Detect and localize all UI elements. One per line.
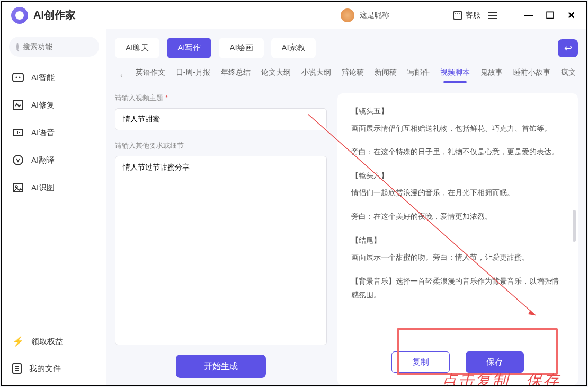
- sidebar-item-label: 我的文件: [29, 364, 61, 374]
- search-icon: [16, 43, 19, 50]
- sub-tab[interactable]: 睡前小故事: [513, 68, 550, 83]
- sub-tab[interactable]: 写邮件: [407, 68, 430, 83]
- sub-tab[interactable]: 鬼故事: [480, 68, 503, 83]
- smart-icon: [12, 72, 24, 83]
- search-box[interactable]: [9, 37, 99, 57]
- copy-button[interactable]: 复制: [391, 351, 450, 373]
- back-button[interactable]: ↩: [558, 39, 578, 57]
- image-icon: [12, 182, 24, 194]
- maximize-button[interactable]: ☐: [544, 10, 556, 21]
- svg-point-7: [15, 186, 17, 188]
- tab-ai-paint[interactable]: AI绘画: [219, 38, 263, 58]
- minimize-button[interactable]: —: [523, 10, 534, 21]
- input-pane: 请输入视频主题* 请输入其他要求或细节 开始生成: [115, 93, 327, 385]
- sub-tab[interactable]: 英语作文: [136, 68, 165, 83]
- chat-icon: [453, 11, 462, 20]
- sidebar-item-ai-voice[interactable]: AI语音: [9, 120, 99, 145]
- sub-tab[interactable]: 新闻稿: [375, 68, 397, 83]
- support-button[interactable]: 客服: [453, 11, 480, 20]
- sidebar-item-label: AI修复: [31, 100, 55, 110]
- search-input[interactable]: [23, 42, 115, 51]
- top-tabs: AI聊天 AI写作 AI绘画 AI家教 ↩: [115, 38, 578, 58]
- sub-tab[interactable]: 疯文: [561, 68, 576, 83]
- sidebar-item-label: AI识图: [31, 183, 55, 193]
- chevron-left-icon[interactable]: ‹: [118, 71, 125, 80]
- app-logo: [11, 7, 28, 24]
- detail-textarea[interactable]: [115, 156, 327, 345]
- app-title: AI创作家: [33, 8, 76, 22]
- sidebar-item-label: AI语音: [31, 128, 55, 138]
- nickname[interactable]: 这是昵称: [360, 11, 389, 20]
- sub-tabs: ‹ 英语作文 日-周-月报 年终总结 论文大纲 小说大纲 辩论稿 新闻稿 写邮件…: [115, 68, 578, 83]
- sidebar-item-ai-translate[interactable]: AI翻译: [9, 148, 99, 172]
- svg-rect-0: [13, 73, 23, 82]
- topic-input[interactable]: [115, 108, 327, 130]
- sub-tab[interactable]: 论文大纲: [261, 68, 291, 83]
- voice-icon: [12, 127, 24, 138]
- sidebar-item-ai-smart[interactable]: AI智能: [9, 65, 99, 90]
- sidebar-item-my-files[interactable]: 我的文件: [9, 357, 99, 380]
- sidebar: AI智能 AI修复 AI语音 AI翻译 AI识图: [2, 29, 106, 385]
- hamburger-menu[interactable]: [488, 12, 497, 19]
- tab-ai-tutor[interactable]: AI家教: [271, 38, 316, 58]
- support-label: 客服: [466, 11, 480, 20]
- sub-tab[interactable]: 日-周-月报: [176, 68, 210, 83]
- sub-tab-video-script[interactable]: 视频脚本: [440, 68, 470, 83]
- output-pane: 【镜头五】画面展示情侣们互相赠送礼物，包括鲜花、巧克力、首饰等。旁白：在这个特殊…: [337, 93, 578, 385]
- file-icon: [12, 363, 22, 374]
- sub-tab[interactable]: 年终总结: [221, 68, 251, 83]
- avatar[interactable]: [341, 8, 354, 22]
- detail-label: 请输入其他要求或细节: [115, 141, 327, 151]
- main-area: AI聊天 AI写作 AI绘画 AI家教 ↩ ‹ 英语作文 日-周-月报 年终总结…: [106, 29, 586, 385]
- tab-ai-chat[interactable]: AI聊天: [115, 38, 159, 58]
- sub-tab[interactable]: 小说大纲: [301, 68, 331, 83]
- sidebar-item-ai-repair[interactable]: AI修复: [9, 93, 99, 117]
- sidebar-item-rewards[interactable]: ⚡ 领取权益: [9, 329, 99, 354]
- sidebar-item-label: 领取权益: [31, 337, 63, 347]
- sub-tab[interactable]: 辩论稿: [342, 68, 364, 83]
- bolt-icon: ⚡: [12, 336, 24, 347]
- sidebar-item-label: AI翻译: [31, 155, 55, 165]
- translate-icon: [12, 154, 24, 166]
- sidebar-item-ai-image[interactable]: AI识图: [9, 175, 99, 200]
- svg-point-1: [16, 77, 17, 78]
- output-text: 【镜头五】画面展示情侣们互相赠送礼物，包括鲜花、巧克力、首饰等。旁白：在这个特殊…: [351, 104, 564, 339]
- repair-icon: [12, 99, 24, 111]
- topic-label: 请输入视频主题*: [115, 93, 327, 103]
- svg-point-2: [19, 77, 21, 78]
- scrollbar[interactable]: [573, 210, 576, 242]
- close-button[interactable]: ✕: [565, 10, 577, 21]
- sidebar-item-label: AI智能: [31, 73, 55, 83]
- save-button[interactable]: 保存: [466, 351, 524, 373]
- titlebar: AI创作家 这是昵称 客服 — ☐ ✕: [2, 2, 586, 29]
- generate-button[interactable]: 开始生成: [176, 355, 266, 378]
- tab-ai-write[interactable]: AI写作: [167, 38, 211, 58]
